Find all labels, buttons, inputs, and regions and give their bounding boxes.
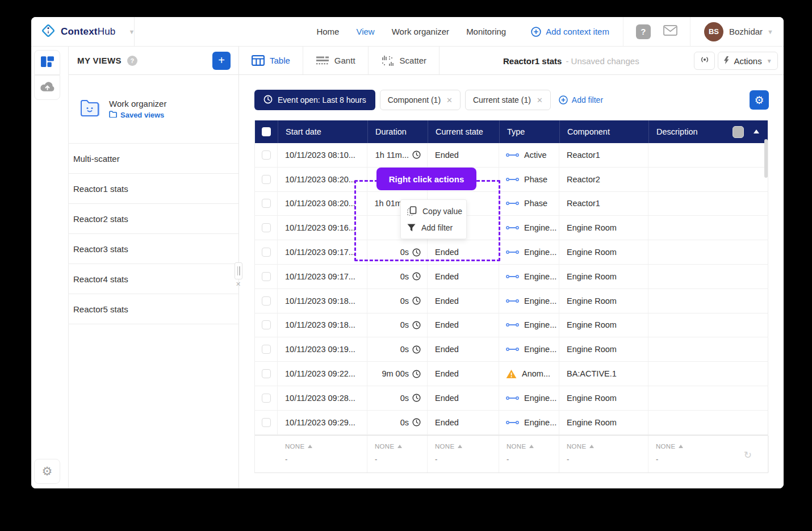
- filter-icon: [407, 224, 416, 232]
- cell-type: Engine...: [499, 411, 559, 434]
- table-row[interactable]: 10/11/2023 09:17...0sEndedEngine...Engin…: [255, 240, 768, 265]
- context-menu-item-add-filter[interactable]: Add filter: [401, 219, 466, 236]
- actions-button[interactable]: Actions ▼: [718, 52, 778, 70]
- column-drag-box[interactable]: [733, 126, 744, 138]
- saved-views-link[interactable]: Saved views: [109, 111, 166, 119]
- cell-type: Engine...: [499, 289, 559, 313]
- footer-aggregate-component[interactable]: NONE-: [559, 436, 648, 473]
- table-row[interactable]: 10/11/2023 09:28...0sEndedEngine...Engin…: [255, 386, 768, 411]
- tab-scatter[interactable]: Scatter: [369, 47, 440, 74]
- add-filter-button[interactable]: Add filter: [559, 95, 603, 104]
- cell-current-state: Ended: [428, 362, 499, 386]
- cell-duration: 0s: [367, 240, 428, 264]
- nav-link-monitoring[interactable]: Monitoring: [466, 27, 506, 36]
- avatar[interactable]: BS: [704, 22, 723, 41]
- col-description[interactable]: Description: [648, 120, 769, 143]
- add-view-button[interactable]: +: [212, 52, 231, 70]
- row-checkbox[interactable]: [255, 337, 278, 361]
- sidebar-item-reactor3-stats[interactable]: Reactor3 stats: [69, 234, 238, 264]
- help-circle-icon[interactable]: ?: [127, 56, 137, 66]
- cell-type: Anom...: [499, 362, 559, 386]
- remove-filter-icon[interactable]: ✕: [537, 96, 543, 104]
- cell-current-state: Ended: [428, 386, 499, 410]
- live-broadcast-button[interactable]: [694, 52, 715, 70]
- table-row[interactable]: 10/11/2023 09:19...0sEndedEngine...Engin…: [255, 337, 768, 362]
- brand-chevron-down-icon[interactable]: ▼: [128, 28, 135, 35]
- unsaved-changes-label: - Unsaved changes: [566, 56, 639, 66]
- table-row[interactable]: 10/11/2023 09:18...0sEndedEngine...Engin…: [255, 313, 768, 338]
- row-checkbox[interactable]: [255, 362, 278, 386]
- nav-link-view[interactable]: View: [356, 27, 374, 36]
- footer-aggregate-type[interactable]: NONE-: [499, 436, 559, 473]
- sidebar-item-reactor4-stats[interactable]: Reactor4 stats: [69, 264, 238, 294]
- row-checkbox[interactable]: [255, 313, 278, 337]
- context-menu-item-copy-value[interactable]: Copy value: [401, 203, 466, 219]
- table-row[interactable]: 10/11/2023 09:22...9m 00sEndedAnom...BA:…: [255, 362, 768, 386]
- sidebar-item-reactor5-stats[interactable]: Reactor5 stats: [69, 294, 238, 324]
- time-filter-chip[interactable]: Event open: Last 8 hours: [254, 90, 375, 110]
- link-icon: [506, 177, 519, 182]
- cloud-upload-icon: [40, 81, 55, 94]
- footer-aggregate-current-state[interactable]: NONE-: [428, 436, 499, 473]
- user-name[interactable]: Bozhidar: [729, 27, 763, 36]
- cell-description: [648, 143, 769, 167]
- footer-aggregate-start-date[interactable]: NONE-: [278, 436, 367, 473]
- row-checkbox[interactable]: [255, 289, 278, 313]
- table-row[interactable]: 10/11/2023 09:18...0sEndedEngine...Engin…: [255, 289, 768, 313]
- cell-current-state: Ended: [428, 313, 499, 337]
- tab-gantt[interactable]: Gantt: [303, 47, 369, 74]
- vertical-scrollbar-thumb[interactable]: [764, 139, 768, 178]
- table-settings-button[interactable]: ⚙: [750, 90, 769, 110]
- row-checkbox[interactable]: [255, 143, 278, 167]
- row-checkbox[interactable]: [255, 192, 278, 216]
- col-start-date[interactable]: Start date: [278, 120, 367, 143]
- footer-aggregate-duration[interactable]: NONE-: [367, 436, 428, 473]
- table-footer: NONE-NONE-NONE-NONE-NONE-NONE-↻: [255, 435, 768, 473]
- select-all-checkbox[interactable]: [255, 120, 278, 143]
- table-row[interactable]: 10/11/2023 08:20...1h 01m...PhaseReactor…: [255, 192, 768, 216]
- table-row[interactable]: 10/11/2023 08:20...1h 11m...PhaseReactor…: [255, 168, 768, 192]
- sidebar-collapse-icon[interactable]: ✕: [236, 281, 241, 288]
- cell-description: [648, 240, 769, 264]
- table-row[interactable]: 10/11/2023 09:16...Engine...Engine Room: [255, 216, 768, 240]
- link-icon: [506, 395, 519, 401]
- row-checkbox[interactable]: [255, 240, 278, 264]
- col-current-state[interactable]: Current state: [428, 120, 499, 143]
- filter-chip[interactable]: Current state (1)✕: [465, 90, 551, 110]
- mail-button[interactable]: [663, 25, 677, 38]
- tab-table[interactable]: Table: [239, 47, 303, 74]
- context-menu: Copy valueAdd filter: [400, 199, 467, 239]
- sidebar-item-reactor2-stats[interactable]: Reactor2 stats: [69, 204, 238, 234]
- cloud-upload-button[interactable]: [34, 75, 60, 100]
- row-checkbox[interactable]: [255, 411, 278, 434]
- cell-current-state: Ended: [428, 411, 499, 434]
- table-row[interactable]: 10/11/2023 09:17...0sEndedEngine...Engin…: [255, 265, 768, 289]
- filter-chip[interactable]: Component (1)✕: [380, 90, 461, 110]
- cell-description: [648, 386, 769, 410]
- views-panel-button[interactable]: [34, 50, 60, 75]
- table-row[interactable]: 10/11/2023 09:29...0sEndedEngine...Engin…: [255, 411, 768, 435]
- link-icon: [506, 200, 519, 206]
- table-row[interactable]: 10/11/2023 08:10...1h 11m...EndedActiveR…: [255, 143, 768, 168]
- col-duration[interactable]: Duration: [367, 120, 428, 143]
- brand-section[interactable]: ContextHub ▼: [31, 17, 135, 46]
- sidebar-item-multi-scatter[interactable]: Multi-scatter: [69, 144, 238, 174]
- row-checkbox[interactable]: [255, 168, 278, 191]
- sidebar-item-reactor1-stats[interactable]: Reactor1 stats: [69, 174, 238, 204]
- row-checkbox[interactable]: [255, 265, 278, 289]
- col-component[interactable]: Component: [559, 120, 648, 143]
- col-type[interactable]: Type: [499, 120, 559, 143]
- nav-link-home[interactable]: Home: [316, 27, 339, 36]
- settings-button[interactable]: ⚙: [34, 459, 60, 484]
- sort-asc-icon[interactable]: [754, 129, 759, 133]
- row-checkbox[interactable]: [255, 216, 278, 240]
- sidebar-resize-handle[interactable]: [235, 262, 242, 279]
- help-button[interactable]: ?: [636, 24, 651, 39]
- row-checkbox[interactable]: [255, 386, 278, 410]
- workspace-card[interactable]: Work organizer Saved views: [69, 75, 238, 144]
- user-chevron-down-icon[interactable]: ▼: [767, 28, 773, 35]
- add-context-item-button[interactable]: Add context item: [531, 27, 609, 37]
- refresh-icon[interactable]: ↻: [744, 449, 752, 461]
- remove-filter-icon[interactable]: ✕: [446, 96, 453, 104]
- nav-link-work-organizer[interactable]: Work organizer: [392, 27, 449, 36]
